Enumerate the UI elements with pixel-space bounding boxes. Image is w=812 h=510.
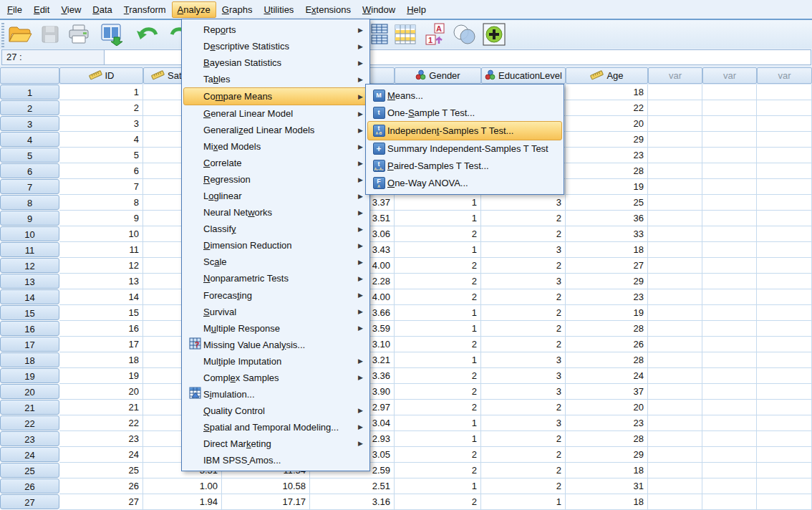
menu-utilities[interactable]: Utilities [258,1,299,18]
row-number[interactable]: 2 [0,100,59,115]
menu-analyze[interactable]: Analyze [172,1,216,18]
cell[interactable]: 2 [59,100,143,116]
menu-item-reports[interactable]: Reports▶ [183,21,368,38]
menu-graphs[interactable]: Graphs [216,1,258,18]
row-number[interactable]: 23 [0,431,59,446]
cell[interactable] [648,226,702,242]
menu-item-general-linear-model[interactable]: General Linear Model▶ [183,105,368,122]
cell[interactable]: 2.51 [310,478,395,494]
row-number[interactable]: 15 [0,305,59,320]
cell[interactable]: 2 [481,478,566,494]
menu-help[interactable]: Help [401,1,432,18]
cell[interactable]: 1 [395,211,481,226]
cell[interactable]: 18 [566,85,648,100]
cell[interactable]: 31 [566,478,648,494]
cell[interactable]: 1 [395,195,481,211]
cell[interactable]: 19 [59,368,143,384]
cell[interactable] [757,163,812,179]
cell[interactable] [702,258,757,274]
row-number[interactable]: 14 [0,289,59,304]
cell[interactable] [648,431,702,447]
cell[interactable]: 25 [59,463,143,478]
cell[interactable] [757,400,812,415]
cell[interactable] [648,85,702,100]
cell[interactable] [702,400,757,415]
menu-item-descriptive-statistics[interactable]: Descriptive Statistics▶ [183,38,368,54]
cell[interactable] [648,274,702,289]
cell[interactable]: 6 [59,163,143,179]
cell[interactable]: 25 [566,195,648,211]
cell[interactable]: 2 [481,447,566,463]
cell[interactable] [648,163,702,179]
menu-item-missing-value-analysis[interactable]: ?Missing Value Analysis... [183,337,368,353]
menu-extensions[interactable]: Extensions [299,1,357,18]
cell[interactable] [702,337,757,352]
cell[interactable] [757,463,812,478]
cell[interactable]: 15 [59,305,143,321]
cell[interactable]: 33 [566,226,648,242]
cell[interactable] [648,447,702,463]
cell[interactable]: 1 [395,352,481,368]
menu-item-regression[interactable]: Regression▶ [183,171,368,188]
cell[interactable]: 9 [59,211,143,226]
cell[interactable]: 2 [395,384,481,400]
cell[interactable] [702,211,757,226]
cell[interactable]: 2 [395,368,481,384]
cell[interactable] [702,163,757,179]
cell[interactable] [702,478,757,494]
cell[interactable]: 10 [59,226,143,242]
cell[interactable] [757,148,812,163]
cell[interactable]: 1 [395,305,481,321]
menu-window[interactable]: Window [357,1,401,18]
cell[interactable] [757,415,812,431]
cell[interactable] [648,368,702,384]
cell[interactable]: 1 [395,431,481,447]
cell[interactable]: 18 [566,242,648,258]
cell[interactable] [648,258,702,274]
cell[interactable] [757,384,812,400]
cell[interactable]: 28 [566,352,648,368]
cell[interactable] [757,179,812,195]
menu-edit[interactable]: Edit [28,1,55,18]
row-number[interactable]: 9 [0,211,59,226]
menu-item-bayesian-statistics[interactable]: Bayesian Statistics▶ [183,54,368,71]
cell[interactable] [702,415,757,431]
cell[interactable]: 10.58 [222,478,310,494]
cell[interactable]: 22 [59,415,143,431]
menu-item-spatial-and-temporal-modeling[interactable]: Spatial and Temporal Modeling...▶ [183,419,368,436]
cell[interactable]: 2 [481,337,566,352]
cell[interactable] [648,321,702,337]
cell[interactable] [702,463,757,478]
cell[interactable] [648,242,702,258]
cell[interactable] [757,352,812,368]
cell[interactable] [648,384,702,400]
cell[interactable] [702,179,757,195]
column-header-var[interactable]: var [757,67,812,84]
cell[interactable] [757,211,812,226]
cell[interactable] [702,368,757,384]
menu-item-nonparametric-tests[interactable]: Nonparametric Tests▶ [183,270,368,287]
cell[interactable]: 12 [59,258,143,274]
cell[interactable] [702,447,757,463]
row-number[interactable]: 25 [0,463,59,478]
cell[interactable] [702,100,757,116]
cell[interactable]: 1 [395,415,481,431]
cell[interactable] [757,274,812,289]
menu-item-paired-samples-t-test[interactable]: tA₁-A₂Paired-Samples T Test... [367,158,562,175]
cell[interactable]: 2 [395,289,481,305]
open-file-icon[interactable] [7,22,33,47]
cell[interactable] [757,478,812,494]
row-number[interactable]: 27 [0,494,59,509]
menu-item-mixed-models[interactable]: Mixed Models▶ [183,138,368,155]
cell[interactable]: 23 [566,289,648,305]
menu-item-scale[interactable]: Scale▶ [183,254,368,270]
cell[interactable] [648,195,702,211]
cell[interactable]: 36 [566,211,648,226]
cell[interactable] [757,100,812,116]
row-number[interactable]: 12 [0,258,59,273]
menu-transform[interactable]: Transform [118,1,172,18]
cell[interactable] [648,415,702,431]
cell[interactable] [648,494,702,510]
row-number[interactable]: 26 [0,478,59,494]
cell[interactable]: 23 [59,431,143,447]
